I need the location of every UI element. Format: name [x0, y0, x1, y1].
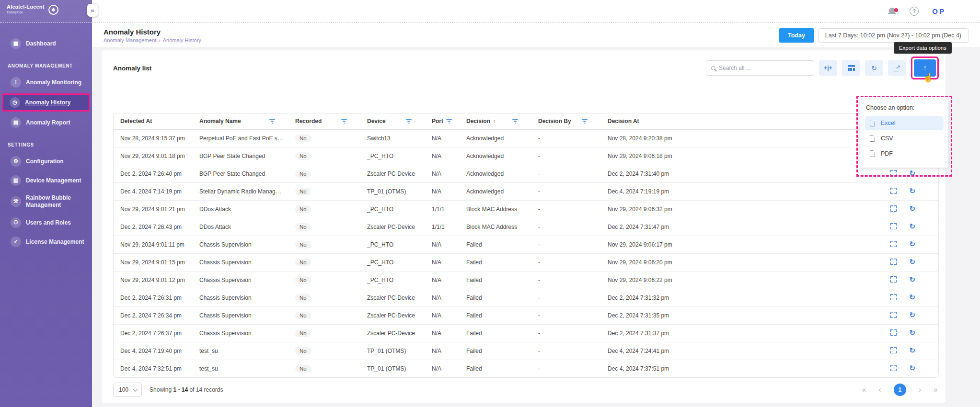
expand-row-icon[interactable] [890, 188, 897, 194]
table-row: Dec 2, 2024 7:26:34 pm Chassis Supervisi… [114, 306, 938, 324]
replay-row-icon[interactable]: ↻ [909, 205, 915, 212]
next-page-button[interactable]: › [919, 385, 921, 394]
expand-row-icon[interactable] [890, 329, 897, 336]
upload-arrow-icon: ↑ [923, 64, 927, 72]
cell-decision: Failed [460, 324, 531, 342]
column-header[interactable]: Decision At ↑ [601, 113, 721, 129]
filter-icon[interactable] [406, 119, 412, 124]
cell-recorded: No [288, 218, 360, 236]
sidebar-item[interactable]: ◷ Anomaly History [2, 93, 90, 112]
export-option[interactable]: PDF [865, 147, 944, 161]
filter-icon[interactable] [269, 119, 275, 124]
replay-row-icon[interactable]: ↻ [909, 364, 915, 372]
cell-port: N/A [425, 129, 460, 147]
cell-actions: ↻ [721, 218, 938, 236]
cell-recorded: No [288, 360, 360, 377]
replay-row-icon[interactable]: ↻ [909, 347, 915, 354]
column-header[interactable]: Decision ↑ [460, 113, 531, 129]
column-header[interactable]: Decision By ↑ [531, 113, 601, 129]
column-header[interactable]: Detected At ↑ [114, 113, 193, 129]
fit-columns-button[interactable]: +|+ [819, 60, 837, 76]
refresh-button[interactable]: ↻ [865, 60, 883, 76]
cell-anomaly-name: test_su [193, 342, 288, 360]
prev-page-button[interactable]: ‹ [878, 385, 881, 394]
cell-decision: Failed [460, 271, 531, 289]
search-input[interactable] [719, 65, 809, 71]
first-page-button[interactable]: « [862, 385, 866, 394]
sidebar-item[interactable]: ⚇ Users and Roles [3, 214, 89, 232]
user-avatar[interactable]: OP [932, 7, 945, 15]
filter-icon[interactable] [446, 119, 452, 124]
open-fullscreen-button[interactable] [888, 60, 906, 76]
cell-decision: Acknowledged [460, 129, 531, 147]
breadcrumb: Anomaly Management›Anomaly History [104, 37, 201, 43]
replay-row-icon[interactable]: ↻ [909, 294, 915, 301]
column-settings-button[interactable] [842, 60, 860, 76]
notifications-bell-icon[interactable] [889, 8, 896, 14]
filter-icon[interactable] [341, 119, 347, 124]
open-in-new-icon [894, 65, 900, 71]
expand-row-icon[interactable] [890, 205, 897, 212]
cell-detected-at: Dec 4, 2024 7:14:19 pm [114, 182, 193, 200]
main-area: « ? OP Anomaly History Anomaly Managemen… [92, 0, 980, 407]
sidebar-item[interactable]: ! Anomaly Monitoring [3, 73, 89, 91]
filter-icon[interactable] [582, 119, 588, 124]
column-header[interactable]: Recorded ↑ [288, 113, 360, 129]
cell-recorded: No [288, 165, 360, 182]
expand-row-icon[interactable] [890, 223, 897, 229]
sidebar-item[interactable]: ✓ License Management [3, 233, 89, 251]
sidebar-item[interactable]: ⚙ Configuration [3, 152, 89, 170]
cell-actions: ↻ [721, 253, 938, 271]
expand-row-icon[interactable] [890, 365, 897, 371]
recorded-badge: No [295, 365, 311, 373]
replay-row-icon[interactable]: ↻ [909, 276, 915, 283]
table-row: Nov 29, 2024 9:01:12 pm Chassis Supervis… [114, 271, 938, 289]
expand-row-icon[interactable] [890, 347, 897, 353]
filter-icon[interactable] [512, 119, 518, 124]
column-header[interactable]: Anomaly Name ↑ [193, 113, 288, 129]
expand-row-icon[interactable] [890, 294, 897, 300]
today-button[interactable]: Today [779, 28, 814, 43]
table-row: Dec 4, 2024 7:19:40 pm test_su No TP_01 … [114, 342, 938, 360]
breadcrumb-separator: › [159, 37, 161, 43]
export-option[interactable]: CSV [865, 131, 944, 146]
sidebar-item[interactable]: ▤ Anomaly Report [3, 113, 89, 132]
cell-anomaly-name: Perpetual PoE and Fast PoE support [193, 129, 288, 147]
expand-row-icon[interactable] [890, 312, 897, 318]
help-icon[interactable]: ? [910, 7, 919, 16]
cell-anomaly-name: test_su [193, 360, 288, 377]
replay-row-icon[interactable]: ↻ [909, 258, 915, 265]
replay-row-icon[interactable]: ↻ [909, 240, 915, 248]
replay-row-icon[interactable]: ↻ [909, 187, 915, 194]
expand-row-icon[interactable] [890, 241, 897, 247]
column-header[interactable]: Device ↑ [360, 113, 425, 129]
cell-port: N/A [425, 147, 460, 165]
cell-anomaly-name: DDos Attack [193, 200, 288, 218]
date-range-picker[interactable]: Last 7 Days: 10:02 pm (Nov 27) - 10:02 p… [818, 28, 968, 43]
sidebar-item[interactable]: ▥ Device Management [3, 171, 89, 190]
breadcrumb-parent[interactable]: Anomaly Management [104, 37, 156, 43]
cell-recorded: No [288, 306, 360, 324]
replay-row-icon[interactable]: ↻ [909, 329, 915, 336]
table-body: Nov 28, 2024 9:15:37 pm Perpetual PoE an… [114, 129, 938, 377]
expand-row-icon[interactable] [890, 259, 897, 265]
replay-row-icon[interactable]: ↻ [909, 223, 915, 230]
pagination: « ‹ 1 › » [862, 384, 938, 396]
column-header[interactable]: Port ↑ [425, 113, 460, 129]
sidebar-collapse-button[interactable]: « [87, 4, 98, 17]
page-size-select[interactable]: 100 [113, 383, 142, 397]
cell-recorded: No [288, 253, 360, 271]
ale-logo: Alcatel-Lucent Enterprise ✽ [0, 0, 92, 23]
last-page-button[interactable]: » [934, 385, 938, 394]
sidebar-item-dashboard[interactable]: ▦ Dashboard [3, 34, 89, 53]
replay-row-icon[interactable]: ↻ [909, 311, 915, 318]
export-option[interactable]: Excel [865, 116, 944, 130]
expand-row-icon[interactable] [890, 276, 897, 283]
cell-actions: ↻ [721, 200, 938, 218]
cell-decision: Failed [460, 253, 531, 271]
current-page-button[interactable]: 1 [894, 384, 906, 396]
sidebar-item-label: Anomaly Report [26, 119, 70, 126]
sidebar-anomaly-items: ! Anomaly Monitoring ◷ Anomaly History ▤… [0, 73, 92, 132]
sidebar-item[interactable]: ⚒ Rainbow Bubble Management [3, 191, 89, 213]
cell-decision-at: Dec 4, 2024 7:19:19 pm [601, 182, 721, 200]
